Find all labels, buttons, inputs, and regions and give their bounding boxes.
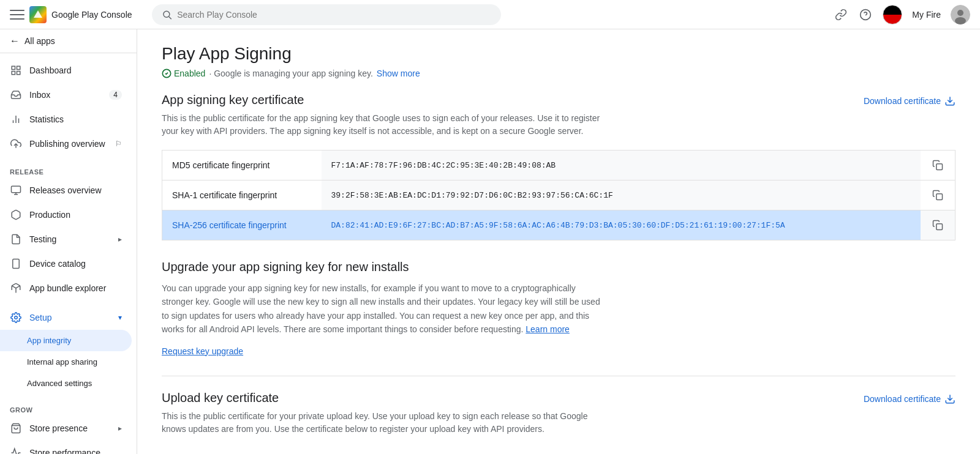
user-avatar[interactable] [951, 5, 970, 24]
releases-overview-label: Releases overview [29, 185, 102, 195]
svg-rect-8 [12, 66, 15, 69]
md5-copy-cell [921, 151, 956, 180]
sidebar-item-publishing[interactable]: Publishing overview ⚐ [0, 132, 132, 156]
status-row: Enabled · Google is managing your app si… [162, 69, 956, 78]
upload-download-icon [944, 393, 956, 404]
grow-section: Grow Store presence ▸ Store performance [0, 396, 137, 454]
sidebar-item-testing[interactable]: Testing ▸ [0, 227, 132, 251]
signing-cert-section: App signing key certificate Download cer… [162, 93, 956, 240]
dashboard-label: Dashboard [29, 65, 72, 75]
sha256-value: DA:82:41:AD:E9:6F:27:BC:AD:B7:A5:9F:58:6… [322, 210, 921, 240]
production-label: Production [29, 210, 70, 220]
upload-download-button[interactable]: Download certificate [864, 391, 956, 404]
upload-cert-title: Upload key certificate [162, 391, 279, 405]
user-name[interactable]: My Fire [912, 10, 941, 20]
dashboard-icon [10, 64, 22, 76]
sidebar-item-app-bundle-explorer[interactable]: App bundle explorer [0, 276, 132, 300]
upload-cert-section: Upload key certificate Download certific… [162, 391, 956, 436]
setup-expand-icon: ▾ [118, 313, 122, 322]
search-icon [162, 9, 172, 20]
advanced-settings-label: Advanced settings [27, 379, 92, 388]
hamburger-menu[interactable] [10, 7, 24, 22]
store-presence-label: Store presence [29, 423, 88, 433]
status-text: Enabled [174, 69, 205, 78]
sha1-copy-icon[interactable] [930, 188, 945, 203]
content-area: Play App Signing Enabled · Google is man… [137, 29, 980, 454]
testing-label: Testing [29, 234, 56, 244]
svg-marker-0 [34, 10, 42, 18]
sidebar-item-releases-overview[interactable]: Releases overview [0, 178, 132, 203]
sidebar-item-statistics[interactable]: Statistics [0, 107, 132, 132]
setup-section: Setup ▾ App integrity Internal app shari… [0, 303, 137, 396]
sha1-label: SHA-1 certificate fingerprint [162, 180, 322, 210]
svg-rect-11 [12, 72, 15, 75]
link-icon[interactable] [834, 7, 848, 22]
internal-app-sharing-label: Internal app sharing [27, 357, 97, 367]
upload-cert-desc: This is the public certificate for your … [162, 410, 609, 436]
check-circle-icon [162, 69, 172, 78]
request-key-upgrade-link[interactable]: Request key upgrade [162, 346, 956, 356]
signing-cert-desc: This is the public certificate for the a… [162, 112, 609, 138]
sidebar-item-app-integrity[interactable]: App integrity [0, 330, 132, 351]
store-icon [10, 422, 22, 434]
testing-expand-icon: ▸ [118, 235, 122, 244]
topbar-right: My Fire [834, 5, 970, 24]
language-flag[interactable] [883, 5, 902, 24]
sha256-copy-cell [921, 210, 956, 240]
main-layout: ← All apps Dashboard Inbox 4 [0, 29, 980, 454]
help-icon[interactable] [858, 7, 873, 22]
svg-rect-28 [937, 224, 943, 230]
upgrade-title: Upgrade your app signing key for new ins… [162, 260, 956, 274]
svg-rect-27 [937, 194, 943, 200]
sidebar-item-advanced-settings[interactable]: Advanced settings [0, 373, 132, 394]
releases-icon [10, 184, 22, 196]
svg-rect-16 [12, 186, 21, 193]
store-performance-label: Store performance [29, 448, 100, 454]
page-title: Play App Signing [162, 44, 956, 64]
sidebar-item-production[interactable]: Production [0, 203, 132, 227]
upload-cert-header: Upload key certificate Download certific… [162, 391, 956, 405]
svg-rect-26 [937, 164, 943, 170]
sidebar: ← All apps Dashboard Inbox 4 [0, 29, 137, 454]
signing-cert-header: App signing key certificate Download cer… [162, 93, 956, 107]
sidebar-item-dashboard[interactable]: Dashboard [0, 58, 132, 83]
show-more-link[interactable]: Show more [377, 69, 420, 78]
topbar: Google Play Console My Fire [0, 0, 980, 29]
app-integrity-label: App integrity [27, 336, 71, 345]
md5-label: MD5 certificate fingerprint [162, 151, 322, 180]
sidebar-item-setup[interactable]: Setup ▾ [0, 305, 132, 330]
logo-text: Google Play Console [51, 10, 132, 20]
app-bundle-explorer-label: App bundle explorer [29, 283, 106, 293]
md5-value: F7:1A:AF:78:7F:96:DB:4C:2C:95:3E:40:2B:4… [322, 151, 921, 180]
svg-rect-10 [17, 72, 20, 75]
logo-icon [29, 6, 47, 23]
search-input[interactable] [177, 10, 491, 20]
status-description: · Google is managing your app signing ke… [209, 69, 372, 78]
release-section: Release Releases overview Production Tes… [0, 158, 137, 303]
sha256-row: SHA-256 certificate fingerprint DA:82:41… [162, 210, 956, 240]
inbox-icon [10, 89, 22, 101]
sidebar-item-device-catalog[interactable]: Device catalog [0, 251, 132, 276]
statistics-icon [10, 113, 22, 125]
status-enabled: Enabled [162, 69, 205, 78]
section-divider [162, 376, 956, 376]
signing-cert-title: App signing key certificate [162, 93, 304, 107]
inbox-badge: 4 [109, 90, 122, 100]
sha1-value: 39:2F:58:3E:AB:EA:DC:D1:79:92:D7:D6:0C:B… [322, 180, 921, 210]
bundle-icon [10, 282, 22, 294]
sidebar-item-inbox[interactable]: Inbox 4 [0, 83, 132, 107]
top-nav: Dashboard Inbox 4 Statistics Publishing [0, 56, 137, 158]
signing-download-button[interactable]: Download certificate [864, 93, 956, 106]
all-apps-button[interactable]: ← All apps [0, 29, 137, 53]
sidebar-item-store-performance[interactable]: Store performance [0, 441, 132, 454]
learn-more-link[interactable]: Learn more [526, 324, 570, 334]
sidebar-item-store-presence[interactable]: Store presence ▸ [0, 416, 132, 441]
sidebar-item-internal-app-sharing[interactable]: Internal app sharing [0, 351, 132, 373]
md5-copy-icon[interactable] [930, 158, 945, 173]
publishing-label: Publishing overview [29, 139, 105, 149]
sha256-copy-icon[interactable] [930, 218, 945, 233]
search-bar[interactable] [152, 4, 501, 25]
upgrade-desc: You can upgrade your app signing key for… [162, 281, 609, 337]
sha256-label: SHA-256 certificate fingerprint [162, 210, 322, 240]
store-presence-expand: ▸ [118, 424, 122, 433]
